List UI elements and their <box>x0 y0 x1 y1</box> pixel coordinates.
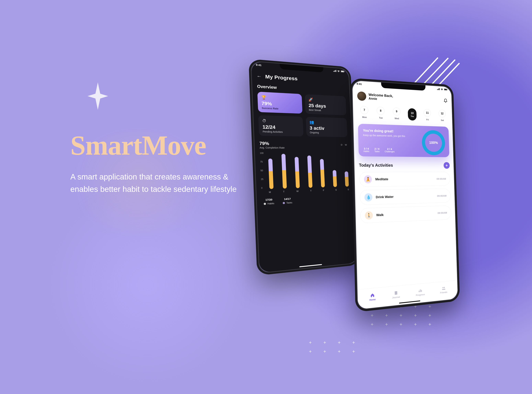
tab-label: Home <box>369 298 376 301</box>
progress-ring-label: 100% <box>422 130 445 155</box>
signal-icon <box>333 70 336 72</box>
svg-rect-17 <box>447 89 448 90</box>
chart-bar <box>333 170 337 187</box>
welcome-text: Welcome Back, Annie <box>368 93 393 102</box>
avg-completion-label: Avg. Completion Rate <box>259 146 284 149</box>
status-time: 9:41 <box>256 63 262 67</box>
dot-icon <box>264 203 266 205</box>
svg-rect-19 <box>420 290 421 292</box>
sparkle-icon <box>88 82 108 110</box>
mini-habits: 3 / 4Habits <box>363 147 369 153</box>
add-activity-button[interactable]: + <box>444 162 450 169</box>
battery-icon <box>341 70 345 73</box>
phone-progress: 9:41 ← My Progress Overview 🏆 79% <box>248 59 360 276</box>
mini-tasks: 2 / 4Tasks <box>374 147 380 153</box>
legend-value: 14/17 <box>284 197 291 201</box>
progress-icon <box>418 288 422 293</box>
chart-bar <box>295 157 300 188</box>
stat-value: 12/24 <box>262 124 300 131</box>
activity-icon: 🧘 <box>364 175 372 183</box>
svg-rect-18 <box>419 291 419 292</box>
svg-rect-12 <box>438 89 438 90</box>
legend-tasks: 14/17 Tasks <box>283 197 292 204</box>
svg-point-21 <box>442 287 444 288</box>
activity-name: Walk <box>376 211 434 217</box>
legend-label: Tasks <box>286 201 292 204</box>
clock-icon: ⏱ <box>262 119 300 124</box>
stat-label: Ongoing <box>310 131 344 134</box>
tab-label: Progress <box>416 293 425 296</box>
chart-bar <box>345 171 349 187</box>
tab-progress[interactable]: Progress <box>416 288 425 296</box>
status-time: 9:41 <box>356 82 362 85</box>
section-heading-activities: Today's Activities <box>359 163 393 168</box>
stat-pending[interactable]: ⏱ 12/24 Pending Activities <box>258 115 303 136</box>
week-strip: 7Mon8Tue9Wed10Thu11Fri12Sat <box>357 106 448 122</box>
svg-rect-16 <box>444 89 447 90</box>
wifi-icon <box>441 88 443 90</box>
app-tagline: A smart application that creates awarene… <box>70 171 238 195</box>
completion-chart: 1007550250 <box>260 152 350 189</box>
stat-ongoing[interactable]: 👥 3 activ Ongoing <box>306 117 347 137</box>
day-fri[interactable]: 11Fri <box>421 109 434 121</box>
activity-row[interactable]: 🚶Walk09:00AM <box>360 205 451 223</box>
day-tue[interactable]: 8Tue <box>374 107 387 120</box>
progress-card[interactable]: You're doing great! Keep up the awesome … <box>358 124 449 157</box>
chart-bar <box>320 159 325 187</box>
range-toggle[interactable]: D W <box>341 144 348 146</box>
stat-success-rate[interactable]: 🏆 79% Success Rate <box>257 92 302 114</box>
trophy-icon: 🏆 <box>261 95 299 101</box>
svg-rect-5 <box>334 71 335 72</box>
legend-value: 17/20 <box>265 198 272 201</box>
activity-time: 09:00AM <box>437 177 446 180</box>
svg-rect-7 <box>336 70 336 72</box>
chart-legend: 17/20 Habits 14/17 Tasks <box>262 195 351 205</box>
wifi-icon <box>337 70 340 72</box>
legend-habits: 17/20 Habits <box>263 198 274 205</box>
svg-rect-11 <box>437 89 438 90</box>
page-title: My Progress <box>265 74 298 82</box>
avg-completion-value: 79% <box>259 141 284 146</box>
phone-home: 9:41 Welcome Back, Annie <box>350 78 460 312</box>
chart-y-axis: 1007550250 <box>260 152 265 189</box>
day-sat[interactable]: 12Sat <box>436 109 448 122</box>
activity-icon: 🚶 <box>365 211 373 220</box>
chart-bar <box>268 159 274 189</box>
svg-rect-10 <box>344 71 344 72</box>
stat-best-streak[interactable]: 🚀 25 days Best Streak <box>305 94 346 115</box>
tab-home[interactable]: Home <box>369 293 376 301</box>
mini-challenges: 2 / 4Challenges <box>385 147 395 153</box>
activity-icon: 💧 <box>364 193 372 202</box>
avatar[interactable] <box>357 91 367 101</box>
activity-name: Drink Water <box>376 194 434 199</box>
day-thu[interactable]: 10Thu <box>406 108 419 121</box>
people-icon: 👥 <box>309 120 344 125</box>
day-wed[interactable]: 9Wed <box>390 107 403 120</box>
tab-label: Journal <box>392 296 400 299</box>
tab-friends[interactable]: Friends <box>440 286 447 294</box>
day-mon[interactable]: 7Mon <box>357 106 371 119</box>
back-icon[interactable]: ← <box>257 73 262 79</box>
rocket-icon: 🚀 <box>308 98 342 104</box>
legend-label: Habits <box>267 202 274 205</box>
card-copy: Keep up the awesome work, you got this <box>363 134 412 138</box>
activity-name: Meditate <box>375 177 434 181</box>
svg-rect-13 <box>439 88 439 90</box>
bell-icon[interactable] <box>444 98 448 103</box>
chart-bar <box>281 154 287 189</box>
dot-icon <box>283 202 285 204</box>
tab-journal[interactable]: Journal <box>392 290 400 299</box>
journal-icon <box>394 290 398 296</box>
activity-time: 09:00AM <box>437 194 447 197</box>
hero: SmartMove A smart application that creat… <box>70 130 238 195</box>
chart-bar <box>307 156 312 188</box>
app-title: SmartMove <box>70 130 238 161</box>
stat-label: Pending Activities <box>263 130 300 134</box>
activity-time: 09:00AM <box>438 211 447 214</box>
activity-row[interactable]: 💧Drink Water09:00AM <box>360 189 451 205</box>
svg-rect-14 <box>439 88 440 90</box>
svg-rect-9 <box>341 71 344 72</box>
home-icon <box>370 293 375 298</box>
svg-rect-20 <box>421 290 422 292</box>
activity-row[interactable]: 🧘Meditate09:00AM <box>359 172 450 187</box>
